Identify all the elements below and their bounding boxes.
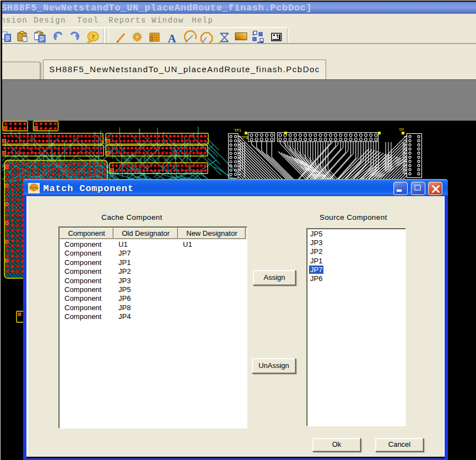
svg-text:TP1: TP1 xyxy=(234,128,241,132)
svg-text:1: 1 xyxy=(252,31,255,36)
svg-text:TP: TP xyxy=(399,128,404,132)
svg-text:TP8: TP8 xyxy=(241,136,248,139)
svg-text:?: ? xyxy=(91,33,95,41)
svg-text:A: A xyxy=(167,32,176,44)
